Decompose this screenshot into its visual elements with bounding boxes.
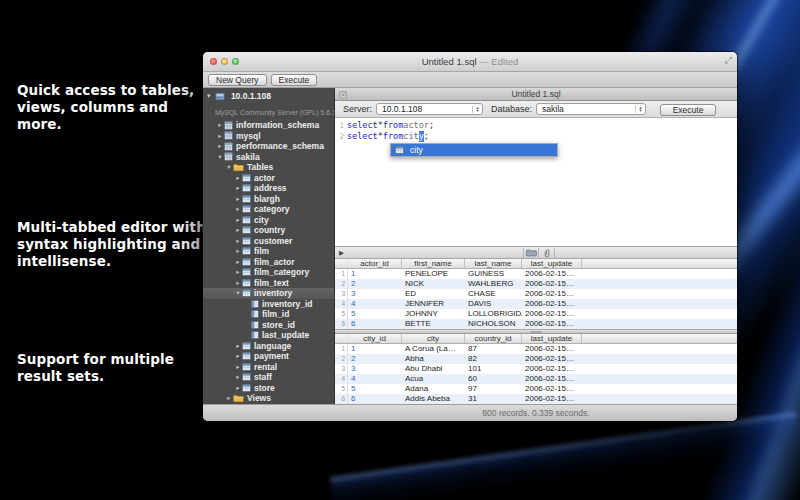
chevron-right-icon[interactable]: ▸	[234, 215, 242, 225]
cell-last_name[interactable]: WAHLBERG	[465, 279, 522, 289]
cell-last_update[interactable]: 2006-02-15…	[522, 319, 582, 329]
tree-item-actor[interactable]: ▸actor	[203, 173, 334, 184]
cell-country_id[interactable]: 31	[465, 394, 522, 404]
cell-last_update[interactable]: 2006-02-15…	[522, 269, 582, 279]
cell-last_update[interactable]: 2006-02-15…	[522, 344, 582, 354]
cell-last_name[interactable]: CHASE	[465, 289, 522, 299]
chevron-right-icon[interactable]: ▸	[234, 204, 242, 214]
table-row[interactable]: 66Addis Abeba312006-02-15…	[335, 394, 737, 404]
table-row[interactable]: 22NICKWAHLBERG2006-02-15…	[335, 279, 737, 289]
table-row[interactable]: 33EDCHASE2006-02-15…	[335, 289, 737, 299]
editor-line[interactable]: 1select * from actor;	[335, 120, 737, 131]
tree-item-city[interactable]: ▸city	[203, 215, 334, 226]
cell-first_name[interactable]: PENELOPE	[402, 269, 465, 279]
chevron-right-icon[interactable]: ▸	[234, 225, 242, 235]
chevron-right-icon[interactable]: ▸	[216, 141, 224, 151]
cell-country_id[interactable]: 101	[465, 364, 522, 374]
cell-country_id[interactable]: 87	[465, 344, 522, 354]
chevron-right-icon[interactable]: ▸	[234, 257, 242, 267]
table-row[interactable]: 66BETTENICHOLSON2006-02-15…	[335, 319, 737, 329]
table-row[interactable]: 44Acua602006-02-15…	[335, 374, 737, 384]
new-query-button[interactable]: New Query	[208, 74, 267, 86]
tree-item-performance_schema[interactable]: ▸performance_schema	[203, 141, 334, 152]
column-header-last_update[interactable]: last_update	[522, 334, 582, 343]
column-header-last_update[interactable]: last_update	[522, 259, 582, 268]
execute-query-button[interactable]: Execute	[660, 104, 716, 116]
tree-item-sakila[interactable]: ▾sakila	[203, 152, 334, 163]
cell-last_update[interactable]: 2006-02-15…	[522, 394, 582, 404]
column-header-city_id[interactable]: city_id	[348, 334, 402, 343]
cell-country_id[interactable]: 97	[465, 384, 522, 394]
tab-title[interactable]: Untitled 1.sql	[335, 89, 737, 99]
chevron-right-icon[interactable]: ▸	[234, 183, 242, 193]
cell-city[interactable]: A Corua (La…	[402, 344, 465, 354]
cell-country_id[interactable]: 60	[465, 374, 522, 384]
execute-toolbar-button[interactable]: Execute	[271, 74, 318, 86]
tab-close-icon[interactable]: ✕	[339, 91, 347, 99]
table-row[interactable]: 55Adana972006-02-15…	[335, 384, 737, 394]
cell-last_update[interactable]: 2006-02-15…	[522, 384, 582, 394]
table-row[interactable]: 22Abha822006-02-15…	[335, 354, 737, 364]
tree-item-last_update[interactable]: last_update	[203, 330, 334, 341]
cell-last_update[interactable]: 2006-02-15…	[522, 279, 582, 289]
cell-last_update[interactable]: 2006-02-15…	[522, 354, 582, 364]
table-row[interactable]: 33Abu Dhabi1012006-02-15…	[335, 364, 737, 374]
chevron-right-icon[interactable]: ▸	[234, 246, 242, 256]
cell-last_update[interactable]: 2006-02-15…	[522, 364, 582, 374]
chevron-right-icon[interactable]: ▸	[216, 131, 224, 141]
tree-item-inventory_id[interactable]: inventory_id	[203, 299, 334, 310]
cell-last_name[interactable]: LOLLOBRIGIDA	[465, 309, 522, 319]
cell-actor_id[interactable]: 1	[348, 269, 402, 279]
cell-first_name[interactable]: NICK	[402, 279, 465, 289]
cell-city_id[interactable]: 2	[348, 354, 402, 364]
collapse-results-icon[interactable]: ▶	[339, 249, 344, 257]
tree-item-rental[interactable]: ▸rental	[203, 362, 334, 373]
attach-paperclip-icon[interactable]	[539, 248, 555, 258]
cell-city[interactable]: Abu Dhabi	[402, 364, 465, 374]
cell-last_name[interactable]: NICHOLSON	[465, 319, 522, 329]
cell-city_id[interactable]: 3	[348, 364, 402, 374]
cell-city_id[interactable]: 5	[348, 384, 402, 394]
tree-item-film_actor[interactable]: ▸film_actor	[203, 257, 334, 268]
chevron-right-icon[interactable]: ▸	[234, 173, 242, 183]
tree-item-staff[interactable]: ▸staff	[203, 372, 334, 383]
tree-item-store_id[interactable]: store_id	[203, 320, 334, 331]
sql-editor[interactable]: 1select * from actor;2select * from city…	[335, 118, 737, 246]
cell-actor_id[interactable]: 4	[348, 299, 402, 309]
cell-city[interactable]: Adana	[402, 384, 465, 394]
table-row[interactable]: 11PENELOPEGUINESS2006-02-15…	[335, 269, 737, 279]
tree-item-category[interactable]: ▸category	[203, 204, 334, 215]
column-header-actor_id[interactable]: actor_id	[348, 259, 402, 268]
tree-item-country[interactable]: ▸country	[203, 225, 334, 236]
tree-item-Tables[interactable]: ▾Tables	[203, 162, 334, 173]
chevron-down-icon[interactable]: ▾	[234, 288, 242, 298]
column-header-last_name[interactable]: last_name	[465, 259, 522, 268]
cell-last_update[interactable]: 2006-02-15…	[522, 374, 582, 384]
chevron-right-icon[interactable]: ▸	[234, 383, 242, 393]
cell-actor_id[interactable]: 6	[348, 319, 402, 329]
cell-first_name[interactable]: BETTE	[402, 319, 465, 329]
tree-item-film_category[interactable]: ▸film_category	[203, 267, 334, 278]
server-select[interactable]: 10.0.1.108 ▲▼	[376, 103, 483, 115]
cell-first_name[interactable]: ED	[402, 289, 465, 299]
tree-item-blargh[interactable]: ▸blargh	[203, 194, 334, 205]
chevron-right-icon[interactable]: ▸	[234, 194, 242, 204]
export-folder-icon[interactable]	[523, 248, 539, 258]
results-splitter[interactable]	[335, 329, 737, 334]
chevron-right-icon[interactable]: ▸	[234, 351, 242, 361]
tree-item-store[interactable]: ▸store	[203, 383, 334, 394]
cell-city_id[interactable]: 1	[348, 344, 402, 354]
column-header-city[interactable]: city	[402, 334, 465, 343]
tree-item-payment[interactable]: ▸payment	[203, 351, 334, 362]
cell-city_id[interactable]: 6	[348, 394, 402, 404]
chevron-right-icon[interactable]: ▸	[234, 372, 242, 382]
cell-country_id[interactable]: 82	[465, 354, 522, 364]
tree-item-information_schema[interactable]: ▸information_schema	[203, 120, 334, 131]
cell-actor_id[interactable]: 2	[348, 279, 402, 289]
cell-city[interactable]: Addis Abeba	[402, 394, 465, 404]
cell-actor_id[interactable]: 3	[348, 289, 402, 299]
cell-last_update[interactable]: 2006-02-15…	[522, 289, 582, 299]
cell-first_name[interactable]: JENNIFER	[402, 299, 465, 309]
column-header-country_id[interactable]: country_id	[465, 334, 522, 343]
cell-last_name[interactable]: DAVIS	[465, 299, 522, 309]
